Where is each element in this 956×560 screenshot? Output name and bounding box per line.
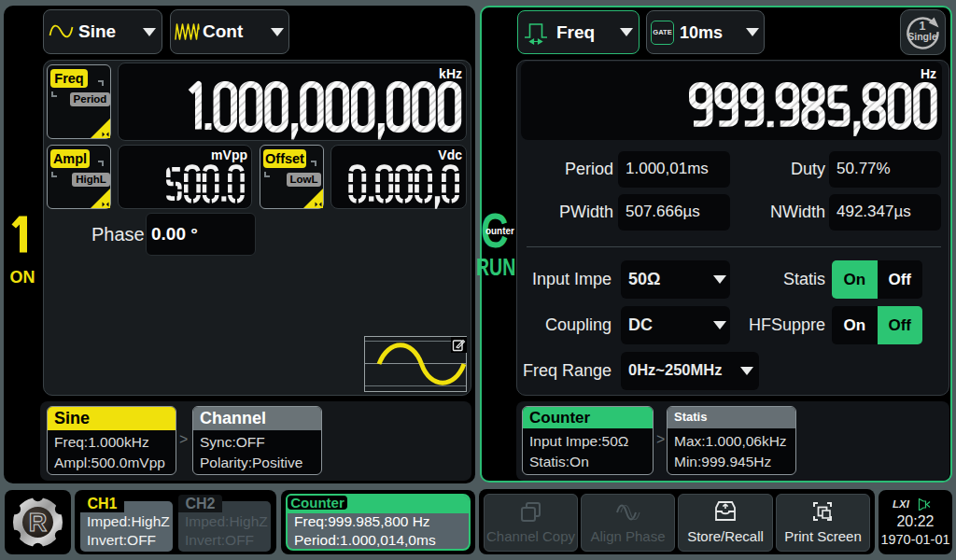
svg-text:R: R [29, 509, 48, 537]
svg-text:Single: Single [907, 31, 937, 42]
